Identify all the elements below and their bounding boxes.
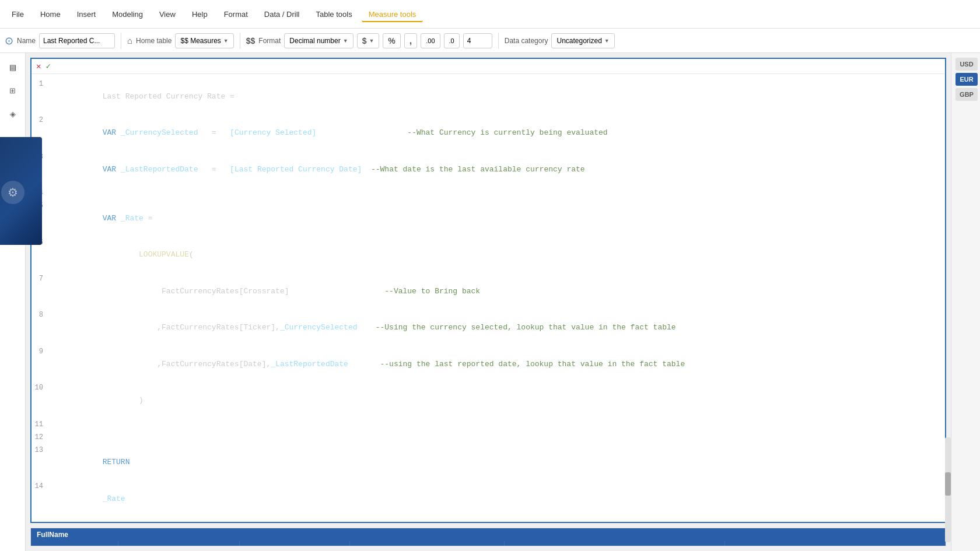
menu-table-tools[interactable]: Table tools — [309, 6, 359, 22]
data-category-value: Uncategorized — [556, 37, 601, 45]
line-content-13: RETURN — [48, 445, 943, 481]
menu-file[interactable]: File — [5, 6, 31, 22]
home-table-select[interactable]: $$ Measures ▼ — [175, 33, 233, 48]
sidebar-model-icon[interactable]: ◈ — [4, 104, 22, 123]
line-num-14: 14 — [34, 481, 48, 492]
menu-insert[interactable]: Insert — [70, 6, 103, 22]
eur-button[interactable]: EUR — [956, 73, 978, 86]
code-line-14: 14 _Rate — [34, 481, 943, 517]
increase-decimal-button[interactable]: .00 — [421, 33, 440, 48]
line-num-2: 2 — [34, 115, 48, 126]
code-line-6: 6 LOOKUPVALUE( — [34, 237, 943, 273]
home-table-icon: ⌂ — [127, 36, 132, 45]
decrease-decimal-button[interactable]: .0 — [444, 33, 460, 48]
menu-help[interactable]: Help — [185, 6, 215, 22]
name-label: Name — [17, 37, 36, 45]
col-header-last-reported-currency-date: Last Reported Currency Date — [505, 541, 725, 546]
code-line-5: 5 VAR _Rate = — [34, 201, 943, 237]
table-header-row: Date Currency Rate Current Date Last Cur… — [31, 541, 946, 546]
data-table: Date Currency Rate Current Date Last Cur… — [31, 541, 946, 546]
line-content-1: Last Reported Currency Rate = — [48, 79, 943, 115]
code-line-7: 7 FactCurrencyRates[Crossrate] --Value t… — [34, 273, 943, 310]
col-header-date: Date — [31, 541, 118, 546]
line-content-10: ) — [48, 382, 943, 419]
dollar-button[interactable]: $ ▼ — [357, 33, 380, 48]
main-content: ▤ ⊞ ◈ Sal ⚙ Sup ✕ ✓ 1 Last Reported Curr… — [0, 53, 980, 551]
comma-button[interactable]: , — [404, 33, 417, 48]
percent-button[interactable]: % — [383, 33, 400, 48]
menu-measure-tools[interactable]: Measure tools — [362, 6, 424, 22]
scrollbar-thumb[interactable] — [945, 472, 951, 496]
data-category-chevron: ▼ — [604, 38, 610, 44]
menu-view[interactable]: View — [152, 6, 183, 22]
line-num-9: 9 — [34, 346, 48, 357]
data-category-label: Data category — [505, 37, 548, 45]
gbp-button[interactable]: GBP — [956, 88, 978, 101]
confirm-editor-icon[interactable]: ✓ — [46, 61, 50, 71]
code-line-13: 13 RETURN — [34, 445, 943, 481]
visual-card-gear-icon: ⚙ — [1, 181, 24, 204]
format-value: Decimal number — [289, 37, 340, 45]
divider-3 — [498, 33, 499, 49]
line-num-8: 8 — [34, 310, 48, 321]
home-table-value: $$ Measures — [180, 37, 220, 45]
code-line-3: 3 VAR _LastReportedDate = [Last Reported… — [34, 152, 943, 188]
code-line-10: 10 ) — [34, 382, 943, 419]
line-content-4 — [48, 188, 943, 200]
code-editor[interactable]: ✕ ✓ 1 Last Reported Currency Rate = 2 VA… — [30, 58, 946, 523]
comma-icon: , — [410, 36, 412, 46]
sidebar-report-icon[interactable]: ▤ — [4, 58, 22, 76]
decimal-places-input[interactable] — [463, 33, 492, 48]
format-chevron: ▼ — [343, 38, 348, 44]
line-content-6: LOOKUPVALUE( — [48, 237, 943, 273]
right-sidebar: USD EUR GBP — [951, 53, 980, 551]
code-line-11: 11 — [34, 419, 943, 432]
line-num-13: 13 — [34, 445, 48, 456]
vertical-scrollbar[interactable] — [945, 437, 951, 542]
line-content-3: VAR _LastReportedDate = [Last Reported C… — [48, 152, 943, 188]
home-table-label: Home table — [136, 37, 172, 45]
divider-2 — [240, 33, 240, 49]
menu-data-drill[interactable]: Data / Drill — [257, 6, 307, 22]
line-num-10: 10 — [34, 382, 48, 394]
data-category-select[interactable]: Uncategorized ▼ — [551, 33, 614, 48]
fullname-header: FullName — [31, 528, 946, 541]
format-icon: $$ — [246, 36, 256, 45]
code-line-8: 8 ,FactCurrencyRates[Ticker],_CurrencySe… — [34, 310, 943, 346]
menu-format[interactable]: Format — [217, 6, 255, 22]
code-line-1: 1 Last Reported Currency Rate = — [34, 79, 943, 115]
visual-card-top-text: Sal — [0, 142, 37, 151]
line-content-8: ,FactCurrencyRates[Ticker],_CurrencySele… — [48, 310, 943, 346]
decrease-decimal-icon: .0 — [449, 37, 454, 44]
name-icon: ⊙ — [5, 34, 13, 47]
col-header-last-reported-currency-rate: Last Reported Currency Rate — [725, 541, 946, 546]
table-area: FullName Date Currency Rate Current Date… — [30, 528, 946, 546]
dollar-icon: $ — [362, 36, 367, 45]
percent-icon: % — [388, 36, 395, 45]
name-input[interactable] — [39, 33, 115, 48]
code-line-2: 2 VAR _CurrencySelected = [Currency Sele… — [34, 115, 943, 151]
visual-card: Sal ⚙ Sup — [0, 137, 42, 245]
close-editor-icon[interactable]: ✕ — [36, 61, 41, 71]
col-header-currency-rate: Currency Rate — [118, 541, 239, 546]
line-num-12: 12 — [34, 432, 48, 443]
col-header-last-currency-date: Last Currency Date — [350, 541, 505, 546]
line-num-7: 7 — [34, 273, 48, 285]
code-line-9: 9 ,FactCurrencyRates[Date],_LastReported… — [34, 346, 943, 382]
line-content-2: VAR _CurrencySelected = [Currency Select… — [48, 115, 943, 151]
code-line-12: 12 — [34, 432, 943, 445]
col-header-current-date: Current Date — [239, 541, 349, 546]
format-select[interactable]: Decimal number ▼ — [284, 33, 353, 48]
home-table-chevron: ▼ — [223, 38, 229, 44]
dollar-chevron: ▼ — [369, 38, 374, 44]
center-area: ✕ ✓ 1 Last Reported Currency Rate = 2 VA… — [26, 53, 951, 551]
menu-modeling[interactable]: Modeling — [105, 6, 150, 22]
visual-card-bottom-text: Sup — [0, 233, 37, 240]
menu-home[interactable]: Home — [33, 6, 68, 22]
sidebar-data-icon[interactable]: ⊞ — [4, 81, 22, 100]
usd-button[interactable]: USD — [956, 58, 978, 71]
line-num-11: 11 — [34, 419, 48, 430]
code-lines: 1 Last Reported Currency Rate = 2 VAR _C… — [32, 74, 945, 522]
code-line-4: 4 — [34, 188, 943, 201]
line-content-7: FactCurrencyRates[Crossrate] --Value to … — [48, 273, 943, 310]
